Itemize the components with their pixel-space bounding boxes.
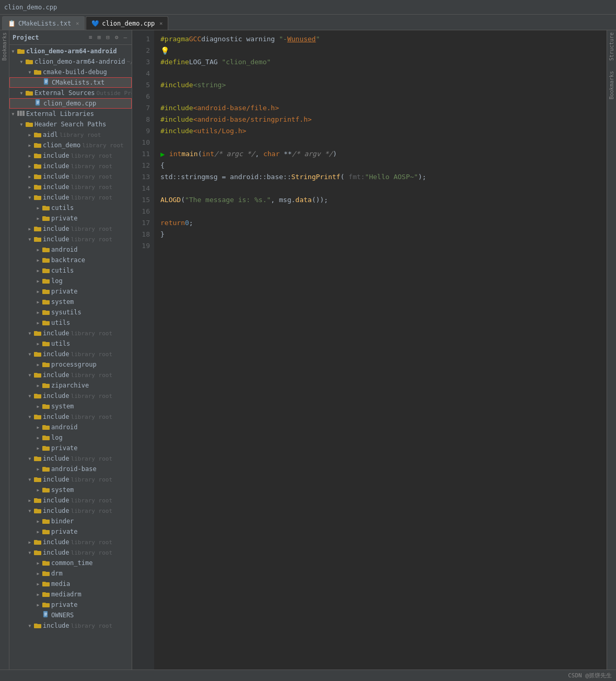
tree-arrow[interactable]: ▼: [9, 49, 17, 54]
tree-arrow[interactable]: ▶: [34, 300, 42, 304]
tree-arrow[interactable]: ▶: [34, 467, 42, 472]
tree-arrow[interactable]: ▼: [18, 91, 25, 96]
tree-arrow[interactable]: ▶: [26, 227, 33, 231]
tree-item[interactable]: ▶utils: [9, 318, 132, 328]
tree-item[interactable]: ▶android: [9, 422, 132, 432]
tree-arrow[interactable]: ▼: [18, 122, 25, 127]
tree-arrow[interactable]: ▼: [18, 60, 25, 64]
sidebar-btn-2[interactable]: ⊞: [96, 33, 103, 41]
tree-item[interactable]: ▶includelibrary root: [9, 150, 132, 161]
tree-arrow[interactable]: ▼: [26, 477, 33, 482]
tree-arrow[interactable]: ▶: [34, 279, 42, 284]
tree-arrow[interactable]: ▶: [34, 289, 42, 294]
tree-item[interactable]: ▶processgroup: [9, 359, 132, 370]
tree-arrow[interactable]: ▶: [34, 603, 42, 607]
tab-cmake[interactable]: 📋 CMakeLists.txt ✕: [2, 16, 85, 30]
tab-cpp[interactable]: 💙 clion_demo.cpp ✕: [86, 16, 168, 30]
tree-item[interactable]: ▶system: [9, 401, 132, 412]
tree-arrow[interactable]: ▼: [26, 373, 33, 378]
tree-arrow[interactable]: ▼: [26, 352, 33, 357]
tree-item[interactable]: ▼includelibrary root: [9, 474, 132, 485]
sidebar-btn-close[interactable]: —: [122, 33, 129, 41]
tree-arrow[interactable]: ▶: [34, 582, 42, 586]
tree-item[interactable]: ▶system: [9, 485, 132, 495]
tree-item[interactable]: ▼External SourcesOutside Project Root: [9, 88, 132, 98]
tree-arrow[interactable]: ▶: [34, 362, 42, 367]
tree-item[interactable]: ▼clion_demo-arm64-android: [9, 46, 132, 56]
code-content[interactable]: #pragma GCC diagnostic warning "-Wunused…: [154, 30, 607, 670]
tree-arrow[interactable]: ▼: [26, 550, 33, 555]
code-editor[interactable]: 12345678910111213141516171819 #pragma GC…: [132, 30, 607, 670]
tree-arrow[interactable]: ▶: [34, 436, 42, 440]
tree-arrow[interactable]: ▶: [34, 530, 42, 534]
tree-item[interactable]: ▶common_time: [9, 558, 132, 568]
tree-item[interactable]: ▶includelibrary root: [9, 224, 132, 234]
tree-item[interactable]: ▼includelibrary root: [9, 349, 132, 359]
tree-item[interactable]: ▼includelibrary root: [9, 370, 132, 380]
tree-item[interactable]: OWNERS: [9, 610, 132, 620]
tree-item[interactable]: ▼includelibrary root: [9, 453, 132, 464]
tree-item[interactable]: ▶log: [9, 432, 132, 443]
tree-arrow[interactable]: ▼: [26, 415, 33, 419]
bookmarks-panel-label-right[interactable]: Bookmarks: [609, 71, 614, 99]
tree-arrow[interactable]: ▶: [34, 383, 42, 388]
bookmarks-panel-label[interactable]: Bookmarks: [2, 32, 7, 61]
tree-item[interactable]: ▼includelibrary root: [9, 192, 132, 203]
tree-arrow[interactable]: ▶: [34, 310, 42, 315]
tree-item[interactable]: ▼includelibrary root: [9, 547, 132, 558]
tree-arrow[interactable]: ▼: [26, 509, 33, 513]
tree-item[interactable]: ▶includelibrary root: [9, 537, 132, 547]
tree-item[interactable]: ▶system: [9, 297, 132, 307]
tree-item[interactable]: ▶media: [9, 579, 132, 589]
tree-item[interactable]: ▼includelibrary root: [9, 234, 132, 244]
tree-arrow[interactable]: ▶: [26, 154, 33, 158]
tree-item[interactable]: ▶ziparchive: [9, 380, 132, 391]
sidebar-btn-settings[interactable]: ⚙: [113, 33, 120, 41]
tree-item[interactable]: ▼includelibrary root: [9, 328, 132, 338]
tree-arrow[interactable]: ▶: [34, 268, 42, 273]
structure-panel-label[interactable]: Structure: [609, 32, 614, 61]
tree-arrow[interactable]: ▶: [26, 143, 33, 148]
tree-arrow[interactable]: ▶: [26, 164, 33, 169]
tree-arrow[interactable]: ▼: [26, 624, 33, 628]
tree-item[interactable]: ▶android: [9, 244, 132, 255]
tree-item[interactable]: ▼Header Search Paths: [9, 119, 132, 130]
tree-arrow[interactable]: ▶: [34, 342, 42, 346]
tree-item[interactable]: ▼clion_demo-arm64-android~/code/: [9, 56, 132, 67]
tree-arrow[interactable]: ▼: [26, 394, 33, 398]
tree-item[interactable]: ▼includelibrary root: [9, 506, 132, 516]
tree-arrow[interactable]: ▶: [26, 133, 33, 137]
tree-arrow[interactable]: ▼: [26, 237, 33, 242]
tree-item[interactable]: ▶android-base: [9, 464, 132, 474]
tree-arrow[interactable]: ▼: [26, 70, 33, 75]
tree-item[interactable]: ▶private: [9, 526, 132, 537]
tree-item[interactable]: ▶private: [9, 213, 132, 224]
tree-item[interactable]: ▶private: [9, 443, 132, 453]
tree-arrow[interactable]: ▼: [26, 456, 33, 461]
tree-arrow[interactable]: ▶: [34, 446, 42, 451]
tree-arrow[interactable]: ▶: [26, 498, 33, 503]
tree-item[interactable]: ▼External Libraries: [9, 109, 132, 119]
tree-item[interactable]: ▶mediadrm: [9, 589, 132, 600]
tree-arrow[interactable]: ▶: [26, 174, 33, 179]
tree-item[interactable]: ▶private: [9, 600, 132, 610]
tree-arrow[interactable]: ▶: [34, 404, 42, 409]
tree-arrow[interactable]: ▶: [26, 185, 33, 190]
cmake-tab-close[interactable]: ✕: [76, 20, 79, 26]
tree-item[interactable]: ▶aidllibrary root: [9, 130, 132, 140]
tree-item[interactable]: ▶utils: [9, 338, 132, 349]
tree-arrow[interactable]: ▼: [26, 195, 33, 200]
tree-arrow[interactable]: ▶: [34, 258, 42, 263]
tree-item[interactable]: ▶private: [9, 286, 132, 297]
tree-item[interactable]: ▼includelibrary root: [9, 412, 132, 422]
tree-arrow[interactable]: ▶: [26, 540, 33, 545]
tree-arrow[interactable]: ▶: [34, 425, 42, 430]
tree-item[interactable]: ▶includelibrary root: [9, 161, 132, 171]
sidebar-tree[interactable]: ▼clion_demo-arm64-android▼clion_demo-arm…: [9, 45, 132, 670]
tree-arrow[interactable]: ▶: [34, 248, 42, 252]
tree-item[interactable]: ▼cmake-build-debug: [9, 67, 132, 77]
tree-arrow[interactable]: ▶: [34, 571, 42, 576]
sidebar-btn-1[interactable]: ≡: [87, 33, 94, 41]
sidebar-btn-3[interactable]: ⊟: [104, 33, 111, 41]
tree-arrow[interactable]: ▶: [34, 216, 42, 221]
